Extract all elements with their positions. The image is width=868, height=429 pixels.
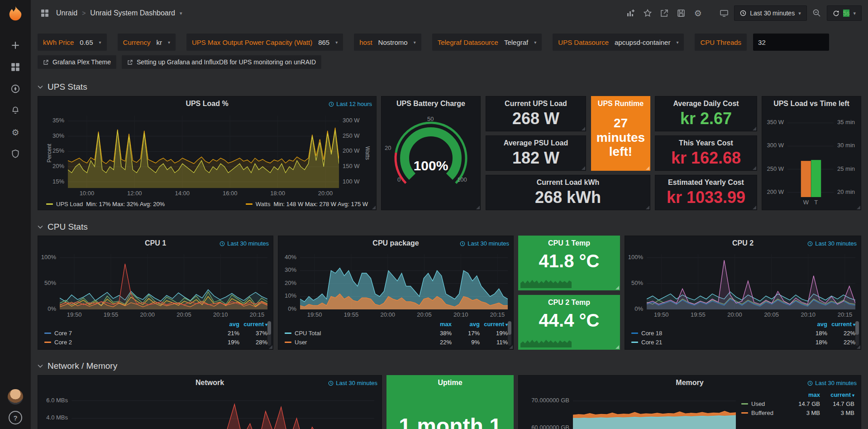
chart-legend: maxavgcurrent▾CPU Total38%17%19%User22%9… (285, 319, 508, 347)
legend-column-header[interactable]: avg (452, 321, 480, 328)
sidebar-bottom: ? (8, 389, 23, 424)
legend-series[interactable]: Used (741, 400, 786, 407)
breadcrumb-dashboard-title[interactable]: Unraid System Dashboard (90, 9, 175, 17)
panel-title[interactable]: UPS Load % (38, 100, 376, 108)
legend-column-header[interactable]: current▾ (239, 321, 267, 328)
breadcrumb-folder[interactable]: Unraid (56, 9, 77, 17)
memory-chart[interactable]: 70.000000 GB60.000000 GB50.000000 GB (573, 393, 736, 429)
legend-series[interactable]: User (285, 339, 424, 346)
panel-title[interactable]: Current Load kWh (486, 178, 650, 187)
variable-ups-datasource[interactable]: UPS Datasource apcupsd-container ▾ (553, 34, 684, 51)
legend-column-header[interactable]: avg (799, 321, 827, 328)
axis-tick-label: 20% (278, 280, 296, 286)
scrollbar-thumb[interactable] (855, 321, 859, 335)
axis-tick-label: 10:00 (74, 190, 100, 197)
star-button[interactable] (641, 6, 654, 20)
legend-series[interactable]: Core 2 (44, 339, 211, 346)
stat-value: 1 month 1 (387, 414, 513, 429)
panel-title[interactable]: Current UPS Load (486, 100, 586, 108)
cpu-threads-input[interactable] (753, 34, 829, 51)
ups-bars-chart[interactable]: 350 W300 W250 W200 W35 min30 min25 min20… (787, 116, 834, 197)
panel-title[interactable]: UPS Battery Charge (382, 100, 480, 108)
chevron-down-icon: ▾ (335, 40, 338, 45)
legend-column-header[interactable]: current▾ (480, 321, 508, 328)
variable-ups-max-output[interactable]: UPS Max Output Power Capacity (Watt) 865… (186, 34, 343, 51)
battery-gauge: 100% 0 20 50 100 (383, 116, 479, 194)
legend-column-header[interactable]: max (786, 391, 820, 398)
dashboards-grid-icon[interactable] (0, 56, 31, 78)
panel-title[interactable]: Uptime (387, 379, 513, 387)
alerting-bell-icon[interactable] (0, 100, 31, 121)
variable-host[interactable]: host Nostromo ▾ (354, 34, 421, 51)
variable-telegraf-datasource[interactable]: Telegraf Datasource Telegraf ▾ (432, 34, 542, 51)
legend-series[interactable]: UPS Load Min: 17% Max: 32% Avg: 20% (46, 201, 165, 207)
help-icon[interactable]: ? (9, 411, 22, 424)
row-header-cpu-stats[interactable]: CPU Stats (38, 222, 88, 232)
link-ups-monitoring-guide[interactable]: Setting up Grafana and InfluxDB for UPS … (122, 55, 321, 69)
configuration-gear-icon[interactable]: ⚙ (0, 121, 31, 143)
server-admin-shield-icon[interactable] (0, 143, 31, 165)
legend-scrollbar[interactable] (855, 321, 859, 346)
create-plus-icon[interactable] (0, 34, 31, 56)
legend-series[interactable]: Core 18 (631, 330, 799, 337)
network-chart[interactable]: 6.0 MBs4.0 MBs2.0 MBs (72, 393, 374, 429)
link-grafana-plex-theme[interactable]: Grafana Plex Theme (38, 55, 116, 69)
panel-title[interactable]: UPS Runtime (591, 100, 650, 108)
legend-series[interactable]: Core 7 (44, 330, 211, 337)
row-header-network-memory[interactable]: Network / Memory (38, 361, 117, 371)
row-header-ups-stats[interactable]: UPS Stats (38, 82, 87, 92)
dashboard-settings-button[interactable]: ⚙ (691, 6, 705, 20)
save-button[interactable] (674, 6, 688, 20)
grafana-flame (7, 5, 24, 23)
panel-title[interactable]: This Years Cost (655, 139, 757, 147)
panel-title[interactable]: UPS Load vs Time left (762, 100, 861, 108)
link-label: Setting up Grafana and InfluxDB for UPS … (137, 58, 316, 66)
time-range-label: Last 30 minutes (815, 240, 857, 247)
legend-series[interactable]: Core 21 (631, 339, 799, 346)
axis-tick-label: T (809, 199, 823, 206)
time-range-picker[interactable]: Last 30 minutes ▾ (734, 5, 806, 21)
variable-currency[interactable]: Currency kr ▾ (118, 34, 176, 51)
add-panel-button[interactable] (624, 6, 638, 20)
cpu-package-chart[interactable]: 40%30%20%10%0%19:5019:5520:0020:0520:102… (300, 252, 508, 309)
panel-title[interactable]: Average PSU Load (486, 139, 586, 147)
legend-column-header[interactable]: current▾ (827, 321, 855, 328)
zoom-out-button[interactable] (810, 6, 824, 20)
axis-tick-label: 40% (278, 254, 296, 260)
legend-series-color (44, 342, 51, 343)
legend-scrollbar[interactable] (508, 321, 511, 346)
panel-ups-battery-charge: UPS Battery Charge 100% 0 20 50 100 (381, 96, 481, 210)
grafana-logo-icon[interactable] (7, 5, 24, 24)
legend-column-header[interactable]: max (424, 321, 452, 328)
share-button[interactable] (658, 6, 671, 20)
ups-load-chart[interactable]: 35%30%25%20%15%300 W250 W200 W150 W100 W… (68, 114, 339, 188)
legend-series[interactable]: CPU Total (285, 330, 424, 337)
legend-series-name: Watts (256, 201, 271, 207)
chevron-down-icon: ▾ (168, 40, 170, 45)
user-avatar[interactable] (8, 389, 23, 405)
panel-title[interactable]: Estimated Yearly Cost (655, 178, 757, 187)
panel-title[interactable]: Average Daily Cost (655, 100, 757, 108)
panel-title[interactable]: CPU 2 Temp (519, 299, 620, 307)
dashboard-title-caret-icon[interactable]: ▾ (180, 10, 182, 16)
legend-column-header[interactable]: current▾ (820, 391, 854, 398)
scrollbar-thumb[interactable] (267, 321, 271, 335)
variable-kwh-price[interactable]: kWh Price 0.65 ▾ (38, 34, 107, 51)
scrollbar-thumb[interactable] (508, 321, 511, 335)
apps-grid-icon[interactable] (38, 6, 52, 20)
axis-tick-label: 18:00 (265, 190, 291, 197)
legend-scrollbar[interactable] (267, 321, 271, 346)
legend-series[interactable]: Watts Min: 148 W Max: 278 W Avg: 175 W (246, 201, 368, 207)
refresh-interval-label: 5s (843, 10, 850, 17)
legend-column-header[interactable]: avg (211, 321, 239, 328)
refresh-picker[interactable]: 5s ▾ (827, 5, 862, 21)
cpu2-chart[interactable]: 100%50%0%19:5019:5520:0020:0520:1020:15 (647, 252, 855, 309)
legend-series[interactable]: Buffered (741, 410, 786, 416)
legend-value: 22% (424, 339, 452, 346)
cpu1-chart[interactable]: 100%50%0%19:5019:5520:0020:0520:1020:15 (60, 252, 267, 309)
variable-label: UPS Max Output Power Capacity (Watt) (192, 39, 312, 46)
navbar: Unraid > Unraid System Dashboard ▾ ⚙ Las… (31, 0, 868, 26)
explore-compass-icon[interactable] (0, 78, 31, 100)
panel-title[interactable]: CPU 1 Temp (519, 239, 620, 247)
cycle-view-tv-button[interactable] (717, 6, 731, 20)
